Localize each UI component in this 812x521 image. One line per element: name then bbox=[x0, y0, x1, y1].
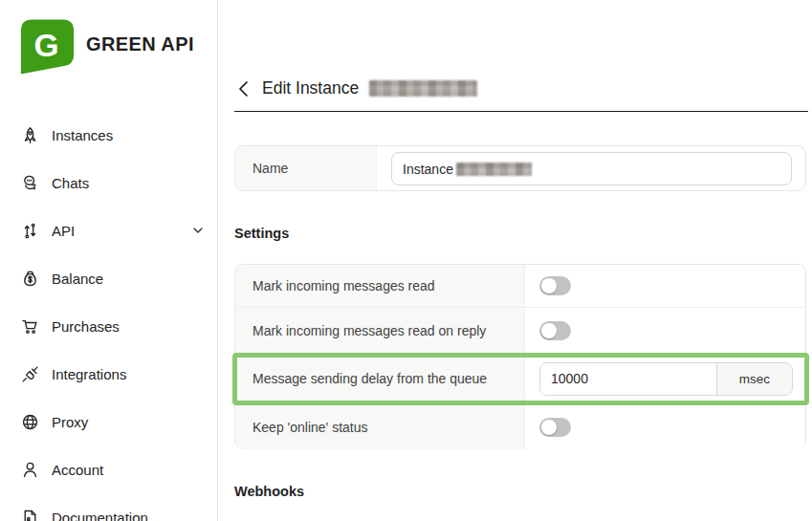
sidebar-item-proxy[interactable]: Proxy bbox=[0, 398, 218, 445]
green-api-logo-icon: G bbox=[17, 15, 77, 80]
setting-row-mark-read: Mark incoming messages read bbox=[235, 265, 805, 308]
page-title: Edit Instance bbox=[262, 78, 359, 98]
swap-vertical-icon bbox=[21, 222, 39, 240]
instance-name-value: Instance bbox=[403, 162, 453, 177]
sidebar-item-label: Account bbox=[52, 462, 103, 478]
sidebar-item-balance[interactable]: Balance bbox=[0, 254, 218, 302]
sidebar-item-label: Instances bbox=[52, 127, 113, 143]
sidebar-item-api[interactable]: API bbox=[0, 206, 218, 254]
mark-read-on-reply-toggle[interactable] bbox=[539, 321, 571, 340]
chat-bubbles-icon bbox=[21, 174, 39, 192]
name-label: Name bbox=[235, 146, 377, 190]
sidebar-nav: Instances Chats bbox=[0, 111, 218, 521]
sidebar-item-chats[interactable]: Chats bbox=[0, 159, 218, 206]
mark-read-toggle[interactable] bbox=[539, 276, 571, 295]
chevron-down-icon[interactable] bbox=[191, 224, 205, 237]
sidebar-item-purchases[interactable]: Purchases bbox=[0, 302, 218, 350]
sidebar: G GREEN API Instances bbox=[0, 0, 218, 521]
main-content: Edit Instance Name Instance Settings Mar… bbox=[219, 0, 812, 521]
toggle-knob bbox=[541, 323, 557, 338]
header-divider bbox=[234, 111, 808, 112]
sidebar-item-documentation[interactable]: Documentation bbox=[0, 493, 218, 521]
setting-label: Message sending delay from the queue bbox=[235, 354, 525, 404]
redacted-instance-id bbox=[369, 80, 477, 97]
settings-heading: Settings bbox=[234, 226, 289, 241]
green-api-console: G GREEN API Instances bbox=[0, 0, 812, 521]
brand-name: GREEN API bbox=[86, 33, 194, 55]
sidebar-item-integrations[interactable]: Integrations bbox=[0, 350, 218, 398]
chevron-left-icon bbox=[237, 80, 250, 98]
logo-letter: G bbox=[34, 28, 59, 63]
sidebar-item-label: API bbox=[52, 223, 75, 239]
document-icon bbox=[21, 509, 39, 521]
setting-row-sending-delay: Message sending delay from the queue mse… bbox=[235, 354, 805, 404]
msec-unit-addon: msec bbox=[716, 363, 792, 395]
globe-icon bbox=[21, 413, 39, 431]
setting-label: Mark incoming messages read bbox=[235, 265, 525, 308]
setting-row-keep-online: Keep 'online' status bbox=[235, 404, 805, 449]
sidebar-item-label: Documentation bbox=[52, 510, 148, 521]
sidebar-item-account[interactable]: Account bbox=[0, 445, 218, 493]
setting-label: Mark incoming messages read on reply bbox=[235, 308, 525, 354]
person-icon bbox=[21, 461, 39, 479]
shopping-cart-icon bbox=[21, 317, 39, 336]
rocket-icon bbox=[21, 126, 39, 144]
setting-row-mark-read-on-reply: Mark incoming messages read on reply bbox=[235, 308, 805, 354]
money-bag-icon bbox=[21, 270, 39, 288]
page-header: Edit Instance bbox=[234, 78, 477, 98]
settings-card: Mark incoming messages read Mark incomin… bbox=[234, 264, 806, 449]
sidebar-item-label: Integrations bbox=[52, 366, 126, 382]
instance-name-input[interactable]: Instance bbox=[391, 152, 792, 185]
sending-delay-input[interactable] bbox=[540, 363, 716, 395]
keep-online-toggle[interactable] bbox=[539, 418, 571, 437]
toggle-knob bbox=[541, 278, 557, 293]
brand-logo[interactable]: G GREEN API bbox=[17, 15, 194, 80]
setting-label: Keep 'online' status bbox=[235, 404, 525, 449]
sidebar-item-label: Purchases bbox=[52, 318, 120, 335]
back-button[interactable] bbox=[234, 79, 252, 98]
webhooks-heading: Webhooks bbox=[234, 484, 304, 499]
sidebar-item-instances[interactable]: Instances bbox=[0, 111, 218, 159]
name-card: Name Instance bbox=[234, 145, 806, 191]
sidebar-item-label: Proxy bbox=[52, 414, 88, 430]
sidebar-item-label: Balance bbox=[52, 271, 103, 287]
toggle-knob bbox=[541, 420, 557, 435]
sending-delay-input-group: msec bbox=[539, 362, 793, 396]
redacted-name-suffix bbox=[456, 163, 532, 176]
plug-icon bbox=[21, 365, 39, 383]
sidebar-item-label: Chats bbox=[52, 175, 89, 191]
